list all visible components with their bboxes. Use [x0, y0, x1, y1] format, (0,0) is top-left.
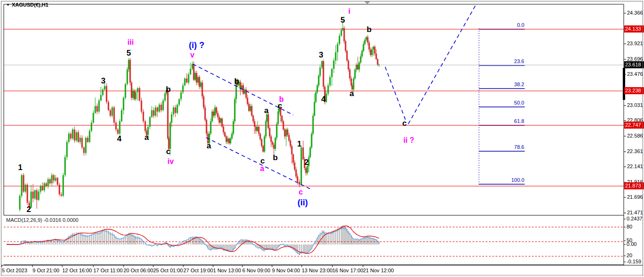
wave-label-1[interactable]: 1 — [297, 139, 301, 149]
wave-label-a[interactable]: a — [260, 164, 264, 173]
candle-body — [167, 90, 169, 138]
fib-level-label[interactable]: 38.2 — [479, 81, 524, 87]
wave-label-a[interactable]: a — [264, 106, 268, 115]
candle-body — [195, 73, 196, 80]
candle-body — [117, 130, 119, 134]
candle-body — [82, 138, 83, 148]
candle-body — [53, 175, 55, 181]
fib-level-label[interactable]: 50.0 — [479, 100, 524, 106]
candle-body — [192, 64, 193, 69]
candle-body — [363, 44, 364, 51]
fib-level-label[interactable]: 23.6 — [479, 58, 524, 64]
wave-label-ii[interactable]: ii ? — [403, 136, 414, 145]
wave-label-v[interactable]: v — [190, 51, 195, 59]
candle-body — [70, 134, 72, 138]
wave-label-b[interactable]: b — [166, 85, 171, 94]
wave-label-a[interactable]: a — [144, 133, 149, 142]
fib-level-label[interactable]: 61.8 — [479, 118, 524, 124]
candle-body — [131, 82, 132, 98]
macd-histogram-bar — [247, 240, 248, 244]
wave-label-3[interactable]: 3 — [101, 76, 105, 86]
macd-histogram-bar — [91, 234, 92, 244]
candle-body — [355, 70, 356, 79]
candle-body — [135, 92, 137, 99]
candle-body — [202, 82, 203, 96]
wave-label-c[interactable]: c — [299, 188, 303, 196]
wave-label-a[interactable]: a — [206, 141, 211, 151]
candle-body — [331, 69, 333, 77]
fib-level-label[interactable]: 100.0 — [479, 177, 524, 183]
candle-body — [149, 117, 151, 127]
wave-label-i[interactable]: i — [348, 7, 350, 16]
candle-body — [87, 138, 89, 142]
macd-histogram-bar — [93, 233, 94, 244]
wave-label-b[interactable]: b — [234, 77, 239, 86]
candle-body — [374, 47, 376, 54]
candle-body — [55, 178, 57, 180]
candle-body — [25, 185, 26, 192]
candle-body — [80, 138, 81, 142]
candle-body — [373, 47, 374, 49]
wave-label-ii[interactable]: (ii) — [297, 198, 308, 208]
macd-axis-label: 0.2437 — [627, 216, 643, 221]
price-tick-label: 23.031 — [627, 102, 643, 108]
macd-histogram-bar — [230, 244, 231, 252]
wave-label-5[interactable]: 5 — [340, 16, 345, 25]
candle-body — [230, 138, 231, 143]
candle-body — [263, 146, 264, 152]
chart-shift-marker-icon[interactable] — [364, 1, 371, 4]
macd-indicator-label: MACD(12,26,9) -0.0316 0.0000 — [6, 217, 78, 223]
candle-body — [268, 114, 269, 128]
candle-body — [376, 54, 377, 59]
wave-label-c[interactable]: c — [402, 119, 406, 128]
wave-label-i[interactable]: (i) ? — [189, 41, 205, 50]
chart-canvas[interactable] — [0, 0, 644, 277]
symbol-title-text: XAGUSD(€),H1 — [12, 2, 49, 8]
candle-body — [85, 138, 87, 153]
wave-label-b[interactable]: b — [367, 25, 372, 34]
fib-level-label[interactable]: 78.6 — [479, 144, 524, 150]
candle-body — [286, 130, 287, 137]
candle-body — [271, 137, 272, 142]
wave-label-1[interactable]: 1 — [18, 163, 22, 172]
wave-label-c[interactable]: c — [278, 101, 282, 111]
wave-label-2[interactable]: 2 — [304, 158, 308, 167]
candle-body — [275, 138, 276, 149]
wave-label-4[interactable]: 4 — [117, 134, 121, 144]
candle-body — [196, 73, 198, 83]
candle-body — [291, 146, 293, 155]
candle-body — [34, 190, 36, 199]
trendline-dashed[interactable] — [385, 67, 406, 121]
candle-body — [51, 175, 53, 184]
time-label: 27 Oct 19:00 — [183, 268, 213, 273]
wave-label-c[interactable]: c — [166, 147, 170, 156]
macd-histogram-bar — [333, 230, 334, 244]
candle-body — [284, 130, 286, 137]
candle-body — [163, 100, 164, 110]
price-tick-label: 22.586 — [627, 133, 643, 138]
candle-body — [121, 110, 123, 121]
fib-level-label[interactable]: 0.0 — [479, 22, 524, 28]
macd-histogram-bar — [74, 233, 75, 244]
candle-body — [155, 107, 157, 116]
candle-body — [159, 105, 160, 112]
candle-body — [349, 70, 351, 79]
wave-label-a[interactable]: a — [349, 89, 354, 98]
candle-body — [227, 138, 229, 142]
wave-label-iv[interactable]: iv — [167, 157, 173, 166]
wave-label-3[interactable]: 3 — [319, 50, 323, 60]
candle-body — [310, 147, 311, 157]
candle-body — [222, 118, 223, 127]
candle-body — [110, 110, 111, 116]
candle-body — [379, 65, 380, 65]
candle-body — [165, 94, 166, 101]
wave-label-b[interactable]: b — [273, 153, 278, 163]
candle-body — [283, 121, 284, 130]
wave-label-iii[interactable]: iii — [127, 38, 133, 47]
candle-body — [253, 116, 254, 122]
trendline-dashed[interactable] — [408, 4, 476, 124]
wave-label-4[interactable]: 4 — [321, 95, 325, 104]
macd-histogram-bar — [220, 244, 221, 249]
wave-label-5[interactable]: 5 — [126, 49, 131, 58]
wave-label-2[interactable]: 2 — [26, 205, 31, 214]
